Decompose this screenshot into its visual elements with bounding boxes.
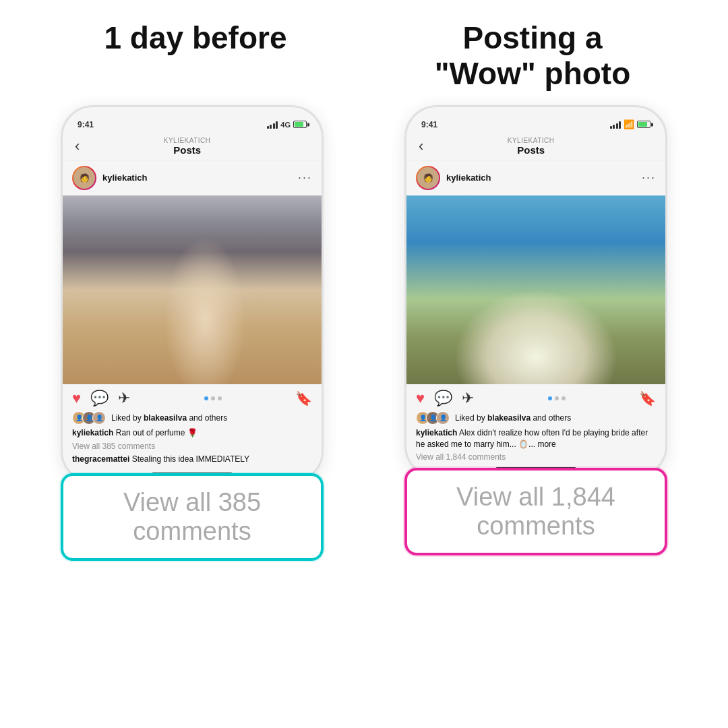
- right-actions-left: ♥ 💬 ✈: [416, 390, 474, 407]
- left-more-dots[interactable]: ···: [298, 171, 312, 185]
- right-post-header: 🧑 kyliekatich ···: [406, 160, 665, 195]
- right-dot-2: [555, 396, 559, 400]
- right-title: Posting a "Wow" photo: [377, 20, 688, 92]
- right-heart-icon[interactable]: ♥: [416, 390, 425, 407]
- right-battery-icon: [637, 121, 650, 128]
- left-nav-title: Posts: [164, 144, 211, 156]
- left-avatar[interactable]: 🧑: [72, 166, 96, 190]
- left-time: 9:41: [78, 120, 94, 129]
- left-liked-text: Liked by blakeasilva and others: [111, 413, 227, 423]
- right-comment-icon[interactable]: 💬: [434, 390, 452, 407]
- left-post-actions: ♥ 💬 ✈ 🔖: [63, 384, 322, 410]
- right-liked-by: 👤 👤 👤 Liked by blakeasilva and others: [406, 410, 665, 426]
- right-highlight-text: View all 1,844 comments: [456, 483, 615, 540]
- left-dots-indicator: [204, 396, 222, 400]
- left-avatar-inner: 🧑: [73, 167, 95, 189]
- right-battery-fill: [638, 122, 647, 127]
- left-actions-left: ♥ 💬 ✈: [72, 390, 130, 407]
- left-status-bar: 9:41 4G: [63, 115, 322, 134]
- left-liked-avatar-3: 👤: [92, 411, 106, 425]
- dress-overlay: [455, 249, 617, 384]
- left-comment-icon[interactable]: 💬: [90, 390, 109, 407]
- left-phone-wrapper: 9:41 4G: [37, 105, 347, 562]
- right-nav-title: Posts: [508, 144, 555, 156]
- right-nav-bar: ‹ KYLIEKATICH Posts: [406, 134, 665, 160]
- right-dots-indicator: [548, 396, 566, 400]
- right-view-comments[interactable]: View all 1,844 comments: [406, 451, 665, 463]
- left-highlight-box[interactable]: View all 385 comments: [61, 473, 324, 561]
- right-more-dots[interactable]: ···: [642, 171, 656, 185]
- left-heart-icon[interactable]: ♥: [72, 390, 81, 407]
- main-container: 1 day before Posting a "Wow" photo 9:41: [0, 0, 728, 728]
- battery-icon: [293, 121, 307, 128]
- signal-bars: [267, 121, 278, 129]
- left-post-header: 🧑 kyliekatich ···: [63, 160, 322, 195]
- right-caption: kyliekatich Alex didn't realize how ofte…: [406, 426, 665, 452]
- woman-silhouette: [63, 195, 322, 384]
- left-view-comments[interactable]: View all 385 comments: [63, 440, 322, 452]
- left-title: 1 day before: [40, 20, 351, 56]
- right-phone-wrapper: 9:41 📶: [381, 105, 691, 556]
- right-liked-avatars: 👤 👤 👤: [416, 411, 446, 425]
- left-first-comment: thegracemattei Stealing this idea IMMEDI…: [63, 452, 322, 469]
- right-highlight-wrapper: View all 1,844 comments: [404, 468, 667, 555]
- right-username[interactable]: kyliekatich: [446, 173, 491, 183]
- right-liked-avatar-3: 👤: [436, 411, 450, 425]
- right-highlight-box[interactable]: View all 1,844 comments: [404, 468, 667, 555]
- right-share-icon[interactable]: ✈: [462, 390, 474, 407]
- titles-row: 1 day before Posting a "Wow" photo: [27, 20, 701, 92]
- right-status-bar: 9:41 📶: [406, 115, 665, 134]
- right-bookmark-icon[interactable]: 🔖: [639, 390, 656, 406]
- left-nav-bar: ‹ KYLIEKATICH Posts: [63, 134, 322, 160]
- right-nav-username: KYLIEKATICH: [508, 137, 555, 144]
- right-liked-text: Liked by blakeasilva and others: [455, 413, 571, 423]
- left-username[interactable]: kyliekatich: [102, 173, 148, 183]
- left-post-image: [63, 195, 322, 384]
- left-nav-username: KYLIEKATICH: [164, 137, 211, 144]
- right-post-actions: ♥ 💬 ✈ 🔖: [406, 384, 665, 410]
- left-share-icon[interactable]: ✈: [118, 390, 130, 407]
- right-avatar[interactable]: 🧑: [416, 166, 440, 190]
- right-signal-bars: [610, 121, 621, 129]
- left-bookmark-icon[interactable]: 🔖: [295, 390, 312, 406]
- right-time: 9:41: [421, 120, 437, 129]
- right-post-user-info: 🧑 kyliekatich: [416, 166, 491, 190]
- left-dot-1: [204, 396, 208, 400]
- right-dot-3: [562, 396, 566, 400]
- right-back-button[interactable]: ‹: [419, 138, 423, 155]
- right-post-image: [406, 195, 665, 384]
- right-avatar-inner: 🧑: [417, 167, 439, 189]
- left-back-button[interactable]: ‹: [75, 138, 80, 155]
- left-status-icons: 4G: [267, 121, 307, 129]
- battery-fill: [295, 122, 303, 127]
- right-dot-1: [548, 396, 552, 400]
- right-nav-title-block: KYLIEKATICH Posts: [508, 137, 555, 156]
- left-nav-title-block: KYLIEKATICH Posts: [164, 137, 211, 156]
- left-phone: 9:41 4G: [61, 105, 324, 484]
- phones-row: 9:41 4G: [27, 105, 701, 715]
- right-status-icons: 📶: [610, 119, 651, 129]
- left-liked-by: 👤 👤 👤 Liked by blakeasilva and others: [63, 410, 322, 426]
- right-phone: 9:41 📶: [404, 105, 667, 479]
- right-wifi-icon: 📶: [624, 119, 634, 129]
- network-type: 4G: [280, 121, 291, 129]
- left-post-user-info: 🧑 kyliekatich: [72, 166, 148, 190]
- left-dot-2: [211, 396, 215, 400]
- left-dot-3: [218, 396, 222, 400]
- left-caption: kyliekatich Ran out of perfume 🌹: [63, 426, 322, 440]
- left-highlight-wrapper: View all 385 comments: [61, 473, 324, 561]
- left-highlight-text: View all 385 comments: [123, 488, 261, 545]
- left-liked-avatars: 👤 👤 👤: [72, 411, 102, 425]
